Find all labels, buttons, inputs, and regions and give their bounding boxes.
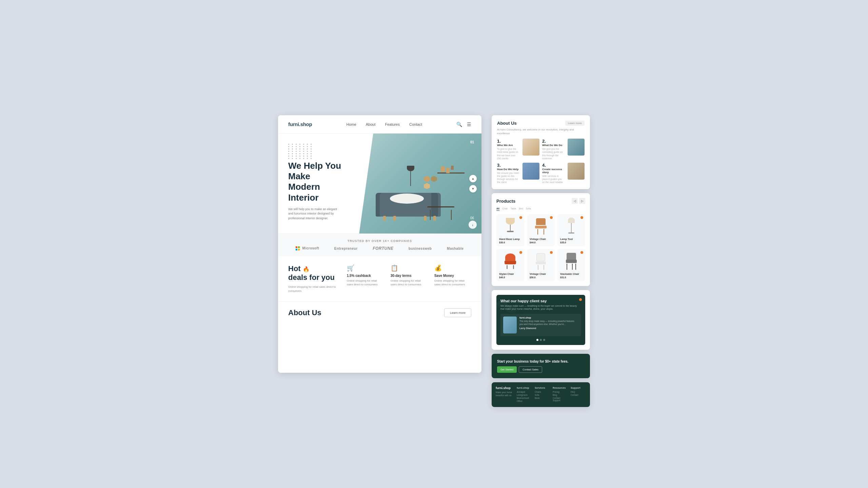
product-2-prices: $44.0	[530, 241, 552, 244]
product-4-badge	[519, 251, 522, 254]
products-prev[interactable]: ◁	[572, 198, 578, 204]
tab-all[interactable]: All	[496, 207, 499, 211]
trusted-fortune: FORTUNE	[373, 246, 393, 251]
nav-home[interactable]: Home	[346, 122, 356, 126]
hero-prev-btn[interactable]: ▲	[469, 175, 477, 182]
about-desc-3: We ensure you meet the guide on this thr…	[497, 171, 520, 184]
about-title: About Us	[288, 308, 321, 317]
dot-3[interactable]	[543, 339, 545, 341]
search-icon[interactable]: 🔍	[456, 122, 462, 127]
product-3-prices: $35.0	[560, 241, 583, 244]
right-panel: About Us Learn more At furni Consultancy…	[492, 115, 590, 373]
product-5[interactable]: Vintage Chair $50.0	[527, 249, 555, 281]
footer-3-item-0[interactable]: FAQ	[571, 391, 586, 393]
product-4-img	[499, 252, 521, 270]
nav-links: Home About Features Contact	[326, 122, 443, 126]
trusted-mashable: Mashable	[447, 247, 464, 250]
product-1-name: Hand Base Lamp	[499, 238, 521, 241]
products-next[interactable]: ▷	[579, 198, 585, 204]
terms-title: 30-day terms	[391, 274, 428, 278]
nav-contact[interactable]: Contact	[409, 122, 422, 126]
testimonial-avatar-row: furni.shop The only shop made easy — inc…	[503, 317, 578, 333]
footer-2-item-2[interactable]: Contact Support	[553, 397, 568, 402]
about-title-3: How Do We Help	[497, 168, 520, 171]
product-3-img	[560, 217, 583, 236]
cashback-desc: Online shopping for retail sales direct …	[347, 279, 384, 286]
hero-nav: ▲ ▼	[469, 175, 477, 192]
menu-icon[interactable]: ☰	[467, 122, 471, 127]
cta-card: Start your business today for $0+ state …	[492, 354, 590, 378]
about-title-1: Who We Are	[497, 144, 520, 147]
footer-col-2-title: Resources	[553, 386, 568, 389]
logo: furni.shop	[288, 121, 312, 127]
hero-scroll-btn[interactable]: ↓	[469, 221, 477, 229]
footer-3-item-1[interactable]: Contact	[571, 394, 586, 396]
tab-table[interactable]: Table	[511, 207, 516, 211]
footer-1-item-0[interactable]: Chairs	[535, 391, 550, 393]
hot-deal-title: Hot 🔥deals for you	[288, 264, 340, 282]
testimonial-author: Larry Diamond	[519, 327, 578, 329]
learn-more-button[interactable]: Learn more	[444, 308, 471, 317]
product-3-name: Lamp Tool	[560, 238, 583, 241]
tab-chair[interactable]: Chair	[502, 207, 508, 211]
about-num-3: 3.	[497, 163, 520, 168]
footer-brand-sub: beautiful with us	[496, 394, 514, 396]
terms-icon: 📋	[391, 264, 428, 272]
footer-2-item-0[interactable]: Pricing	[553, 391, 568, 393]
hero-heading: We Help You Make Modern Interior	[288, 161, 342, 203]
about-item-3: 3. How Do We Help We ensure you meet the…	[497, 163, 539, 184]
cashback-icon: 🛒	[347, 264, 384, 272]
get-started-button[interactable]: Get Started	[497, 366, 517, 373]
product-1-price: $30.0	[499, 241, 505, 244]
navbar: furni.shop Home About Features Contact 🔍…	[278, 115, 481, 134]
product-2-img	[530, 217, 552, 236]
testimonial-inner: What our happy client say We always make…	[496, 295, 585, 345]
fire-icon: 🔥	[303, 266, 310, 272]
product-3[interactable]: Lamp Tool $35.0	[557, 214, 585, 246]
footer-1-item-1[interactable]: Sofa	[535, 394, 550, 396]
contact-sales-button[interactable]: Contact Sales	[519, 366, 542, 373]
about-desc-1: To give to give the most basic guide on …	[497, 147, 520, 160]
tab-sofa[interactable]: Sofa	[526, 207, 531, 211]
nav-about[interactable]: About	[366, 122, 376, 126]
footer-0-item-0[interactable]: Annalyst	[517, 391, 532, 393]
product-3-badge	[580, 216, 583, 219]
hero-subtext: We will help you to make an elegant and …	[288, 207, 339, 221]
dot-2[interactable]	[540, 339, 542, 341]
tab-bed[interactable]: Bed	[519, 207, 523, 211]
product-2[interactable]: Vintage Chair $44.0	[527, 214, 555, 246]
footer-0-item-2[interactable]: Bedroomsell	[517, 397, 532, 399]
footer-brand: furni.shop	[496, 386, 514, 390]
product-1-prices: $30.0	[499, 241, 521, 244]
product-2-badge	[550, 216, 553, 219]
about-grid: 1. Who We Are To give to give the most b…	[497, 139, 585, 184]
about-desc-2: We give you the consulting guide on this…	[542, 147, 565, 160]
products-title: Products	[496, 199, 515, 204]
trusted-section: TRUSTED BY OVER 1K+ COMPANIES Microsoft …	[278, 233, 481, 256]
hero-next-btn[interactable]: ▼	[469, 185, 477, 192]
about-title-4: Create success story	[542, 168, 565, 174]
footer-col-2: Resources Pricing Blog Contact Support	[553, 386, 568, 403]
about-section: About Us Learn more	[278, 301, 481, 324]
cashback-title: 1.5% cashback	[347, 274, 384, 278]
dot-1[interactable]	[536, 339, 538, 341]
product-5-prices: $50.0	[530, 276, 552, 279]
product-6-name: Stackable Chair	[560, 272, 583, 276]
product-2-price: $44.0	[530, 241, 536, 244]
footer-2-item-1[interactable]: Blog	[553, 394, 568, 396]
footer-col-3-title: Support	[571, 386, 586, 389]
product-1-img	[499, 217, 521, 236]
hero-dots: for(let i=0;i<49;i++) document.write('<d…	[288, 144, 313, 159]
footer-1-item-2[interactable]: Beds	[535, 397, 550, 399]
product-6[interactable]: Stackable Chair $31.0	[557, 249, 585, 281]
about-learn-more[interactable]: Learn more	[565, 121, 585, 126]
product-2-name: Vintage Chair	[530, 238, 552, 241]
product-6-price: $31.0	[560, 276, 566, 279]
product-1[interactable]: Hand Base Lamp $30.0	[496, 214, 524, 246]
nav-features[interactable]: Features	[385, 122, 400, 126]
footer-0-item-3[interactable]: Office	[517, 400, 532, 402]
product-4[interactable]: Stylan Chair $40.0	[496, 249, 524, 281]
footer-0-item-1[interactable]: Livingroom	[517, 394, 532, 396]
hot-deal-desc: Online shopping for retail sales direct …	[288, 285, 340, 293]
testimonial-quote-section: furni.shop The only shop made easy — inc…	[519, 317, 578, 329]
